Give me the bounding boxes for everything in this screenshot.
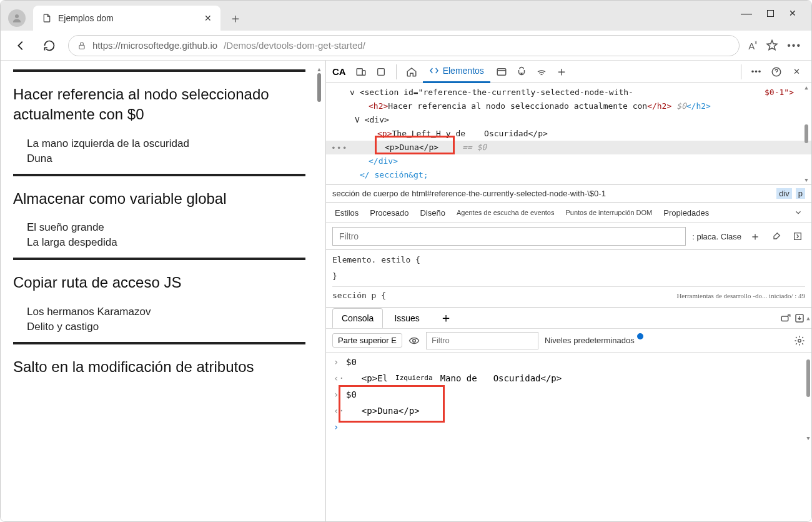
notification-dot-icon: [637, 333, 643, 339]
console-filter-input[interactable]: [426, 332, 538, 349]
style-rule[interactable]: Elemento. estilo {: [332, 255, 420, 264]
live-expression-icon[interactable]: [408, 335, 420, 346]
content-area: Hacer referencia al nodo seleccionado ac…: [1, 61, 811, 521]
read-aloud-button[interactable]: A⁾⁾: [748, 40, 757, 51]
device-toggle-button[interactable]: [352, 63, 370, 81]
sources-tab[interactable]: [513, 63, 530, 81]
elements-tab[interactable]: Elementos: [423, 61, 490, 83]
maximize-button[interactable]: [767, 10, 774, 17]
titlebar: Ejemplos dom ✕ ＋ — ✕: [1, 1, 811, 31]
dom-text: Hacer referencia al nodo seleccionado ac…: [388, 101, 647, 111]
computed-toggle-icon[interactable]: [790, 231, 805, 241]
inspect-button[interactable]: [372, 63, 390, 81]
styles-tab-props[interactable]: Propiedades: [663, 208, 709, 218]
styles-scrollbar[interactable]: ▲: [810, 222, 811, 259]
log-levels-selector[interactable]: Niveles predeterminados: [545, 336, 643, 345]
more-tools-button[interactable]: •••: [748, 63, 765, 81]
dom-tree[interactable]: ••• v <section id="reference-the-current…: [326, 83, 811, 184]
console-scrollbar[interactable]: ▲▼: [804, 315, 811, 441]
console-seg: Oscuridad</p>: [483, 370, 563, 386]
styles-tab-diseno[interactable]: Diseño: [420, 208, 445, 218]
console-seg: <p>El: [349, 370, 389, 386]
svg-rect-5: [497, 68, 506, 75]
favorite-button[interactable]: [766, 39, 778, 52]
svg-point-10: [413, 339, 416, 342]
close-devtools-button[interactable]: ✕: [788, 63, 805, 81]
console-seg: Mano de: [439, 370, 478, 386]
dom-text: Oscuridad</p>: [465, 129, 548, 138]
dom-tag-close: </ sección&gt;: [360, 170, 428, 179]
more-button[interactable]: •••: [787, 40, 801, 51]
section-heading: Hacer referencia al nodo seleccionado ac…: [13, 84, 305, 125]
section-heading: Copiar ruta de acceso JS: [13, 273, 305, 293]
styles-tab-procesado[interactable]: Procesado: [370, 208, 408, 218]
svg-rect-4: [377, 68, 384, 75]
styles-filter-input[interactable]: [332, 227, 686, 246]
add-tab-button[interactable]: ＋: [553, 63, 570, 81]
dom-tag: </h2>: [647, 101, 671, 111]
svg-rect-2: [357, 68, 362, 75]
language-indicator[interactable]: CA: [332, 66, 346, 77]
new-style-button[interactable]: ＋: [748, 229, 763, 244]
breadcrumb-path: sección de cuerpo de html#reference-the-…: [332, 189, 606, 198]
drawer-tabbar: Consola Issues ＋: [326, 308, 811, 329]
close-tab-button[interactable]: ✕: [204, 13, 212, 23]
network-tab[interactable]: [533, 63, 550, 81]
console-output[interactable]: ›$0 ‹· <p>El Izquierda Mano de Oscuridad…: [326, 353, 811, 439]
dom-line: V <div>: [355, 115, 389, 124]
welcome-tab[interactable]: [403, 63, 420, 81]
console-tab[interactable]: Consola: [332, 308, 383, 328]
highlight-box-dom: [375, 136, 455, 154]
dom-line: v <section id="reference-the-currently-s…: [350, 88, 633, 97]
dom-tag-close: </h2>: [686, 101, 711, 111]
dom-breadcrumb[interactable]: sección de cuerpo de html#reference-the-…: [326, 184, 811, 202]
style-origin[interactable]: Herramientas de desarrollo -do... inicia…: [676, 289, 805, 302]
styles-tab-listeners[interactable]: Agentes de escucha de eventos: [457, 209, 555, 216]
url-path: /Demos/devtools-dom-get-started/: [224, 40, 365, 51]
minimize-button[interactable]: —: [741, 7, 752, 20]
more-tabs-button[interactable]: [794, 208, 803, 217]
url-field[interactable]: https://microsoftedge.github.io/Demos/de…: [68, 35, 740, 56]
list-item: La mano izquierda de la oscuridad: [27, 138, 305, 150]
section-heading: Almacenar como variable global: [13, 189, 305, 209]
console-context-selector[interactable]: Parte superior E: [332, 333, 402, 348]
list-item: Delito y castigo: [27, 321, 305, 333]
page-scrollbar[interactable]: ▲: [315, 66, 323, 516]
svg-point-11: [798, 339, 801, 342]
styles-tab-breakpoints[interactable]: Puntos de interrupción DOM: [565, 209, 652, 216]
hov-cls-label[interactable]: : placa. Clase: [692, 232, 741, 241]
breadcrumb-div[interactable]: div: [776, 188, 792, 199]
new-tab-button[interactable]: ＋: [224, 7, 247, 29]
drawer-expand-icon[interactable]: [780, 313, 791, 324]
application-tab[interactable]: [493, 63, 510, 81]
console-seg: Izquierda: [394, 370, 434, 386]
dom-line-suffix: $0-1">: [765, 86, 794, 99]
window-controls: — ✕: [741, 1, 808, 26]
back-button[interactable]: [11, 36, 31, 56]
list-item: El sueño grande: [27, 221, 305, 234]
svg-rect-7: [795, 233, 801, 240]
page-icon: [42, 13, 52, 23]
dom-scrollbar[interactable]: ▲▼: [803, 84, 810, 183]
add-drawer-tab-button[interactable]: ＋: [431, 308, 461, 328]
refresh-button[interactable]: [39, 36, 59, 56]
lock-icon: [77, 41, 86, 50]
breadcrumb-p[interactable]: p: [796, 188, 805, 199]
styles-tab-estilos[interactable]: Estilos: [335, 208, 359, 218]
svg-point-0: [15, 14, 19, 18]
highlight-box-console: [339, 385, 445, 423]
page-viewport: Hacer referencia al nodo seleccionado ac…: [1, 61, 325, 521]
brush-icon[interactable]: [769, 231, 784, 241]
url-host: https://microsoftedge.github.io: [92, 40, 217, 51]
style-rule[interactable]: sección p {: [332, 291, 386, 300]
svg-rect-8: [781, 316, 788, 321]
profile-avatar[interactable]: [8, 9, 26, 27]
browser-tab[interactable]: Ejemplos dom ✕: [33, 6, 220, 31]
help-button[interactable]: [768, 63, 785, 81]
dom-ref: $0: [676, 101, 686, 111]
svg-rect-1: [79, 45, 84, 49]
styles-tabbar: Estilos Procesado Diseño Agentes de escu…: [326, 202, 811, 223]
close-window-button[interactable]: ✕: [789, 8, 796, 18]
issues-tab[interactable]: Issues: [385, 308, 428, 328]
styles-body: Elemento. estilo { } sección p { Herrami…: [326, 250, 811, 307]
